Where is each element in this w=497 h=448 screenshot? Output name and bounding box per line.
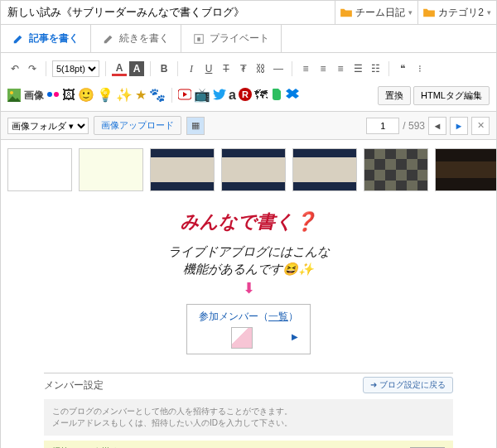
separator [388, 61, 389, 76]
title-input[interactable] [1, 1, 335, 24]
nico-icon[interactable]: 📺 [194, 89, 210, 102]
tab-private-label: プライベート [210, 31, 269, 46]
gallery-icon[interactable]: 🖼 [62, 89, 75, 102]
image-label: 画像 [24, 89, 44, 103]
content-text: 機能があるんです😆✨ [11, 262, 486, 277]
paw-icon[interactable]: 🐾 [149, 89, 166, 102]
edit-icon [103, 33, 114, 45]
quote-icon[interactable]: ❝ [395, 61, 410, 76]
flickr-icon[interactable] [46, 88, 60, 104]
map-icon[interactable]: 🗺 [254, 89, 268, 102]
edit-icon [12, 33, 24, 45]
folder-icon [423, 7, 435, 17]
clear-format-icon[interactable]: — [271, 61, 286, 76]
separator [292, 61, 292, 76]
arrow-down-icon: ⬇ [11, 279, 486, 297]
font-size-icon[interactable]: ₮ [236, 61, 251, 76]
tab-write[interactable]: 記事を書く [1, 25, 91, 52]
bold-icon[interactable]: B [157, 61, 171, 76]
thumbnail[interactable] [435, 148, 497, 191]
separator [171, 88, 172, 103]
tab-write-label: 記事を書く [29, 31, 79, 46]
separator [177, 61, 178, 76]
info-text: メールアドレスもしくは、招待したい人のIDを入力して下さい。 [52, 417, 445, 429]
font-size-select[interactable]: 5(18pt) [52, 60, 99, 77]
thumbnail[interactable] [292, 148, 357, 191]
svg-point-5 [54, 92, 59, 97]
thumbnail[interactable] [221, 148, 286, 191]
italic-icon[interactable]: I [184, 61, 199, 76]
member-link-box[interactable]: 参加メンバー（一覧） ▶ [186, 304, 311, 354]
image-button[interactable]: 画像 [7, 89, 44, 103]
category-1-label: チーム日記 [355, 6, 405, 20]
svg-point-4 [47, 92, 52, 97]
image-folder-select[interactable]: 画像フォルダ ▾ [7, 118, 89, 134]
replace-button[interactable]: 置換 [378, 86, 411, 105]
page-input[interactable] [366, 118, 399, 134]
thumbnail[interactable] [79, 148, 143, 191]
smiley-icon[interactable]: 🙂 [78, 89, 94, 102]
star-icon[interactable]: ★ [135, 89, 147, 102]
separator [46, 61, 46, 76]
dropbox-icon[interactable] [286, 88, 299, 104]
next-page-button[interactable]: ► [450, 117, 468, 135]
prev-page-button[interactable]: ◄ [428, 117, 446, 135]
align-center-icon[interactable]: ≡ [316, 61, 331, 76]
thumbnail-strip [0, 140, 497, 200]
redo-icon[interactable]: ↷ [25, 61, 40, 76]
link-icon[interactable]: ⛓ [253, 61, 268, 76]
content-heading: みんなで書く❓ [11, 210, 486, 234]
info-box: このブログのメンバーとして他の人を招待することができます。 メールアドレスもしく… [44, 399, 453, 436]
invite-form: 招待メールを送るケータイにも送れます ✉ 送信 [44, 441, 453, 448]
list-ol-icon[interactable]: ☷ [368, 61, 383, 76]
panel-heading: メンバー設定 [44, 379, 104, 391]
thumbnail[interactable] [150, 148, 215, 191]
html-edit-button[interactable]: HTMLタグ編集 [413, 86, 490, 105]
list-ul-icon[interactable]: ☰ [350, 61, 365, 76]
svg-point-3 [10, 91, 13, 94]
category-2-label: カテゴリ2 [438, 6, 484, 20]
page-total: / 593 [403, 120, 425, 132]
strike-icon[interactable]: T [219, 61, 234, 76]
tab-continue-label: 続きを書く [119, 31, 169, 46]
evernote-icon[interactable] [270, 88, 283, 104]
sparkle-icon[interactable]: ✨ [116, 89, 133, 102]
youtube-icon[interactable] [178, 88, 191, 104]
grid-view-icon[interactable]: ▦ [186, 117, 205, 135]
thumbnail[interactable] [7, 148, 72, 191]
close-panel-button[interactable]: ✕ [471, 117, 490, 135]
tab-private[interactable]: プライベート [181, 25, 282, 52]
twitter-icon[interactable] [213, 88, 226, 104]
undo-icon[interactable]: ↶ [7, 61, 22, 76]
image-icon [7, 89, 21, 102]
separator [105, 61, 106, 76]
separator [150, 61, 151, 76]
image-upload-button[interactable]: 画像アップロード [94, 116, 181, 135]
thumbnail[interactable] [364, 148, 428, 191]
lock-private-icon [193, 33, 205, 45]
svg-text:R: R [242, 89, 248, 99]
underline-icon[interactable]: U [201, 61, 216, 76]
chevron-down-icon: ▾ [408, 8, 413, 17]
chevron-down-icon: ▾ [487, 8, 491, 17]
align-left-icon[interactable]: ≡ [298, 61, 313, 76]
member-settings-panel: メンバー設定 ➜ ブログ設定に戻る [44, 373, 453, 393]
editor-content[interactable]: みんなで書く❓ ライブドアブログにはこんな 機能があるんです😆✨ ⬇ 参加メンバ… [0, 200, 497, 448]
idea-icon[interactable]: 💡 [97, 89, 113, 102]
tab-continue[interactable]: 続きを書く [91, 25, 181, 52]
category-2-select[interactable]: カテゴリ2 ▾ [417, 1, 496, 24]
align-right-icon[interactable]: ≡ [333, 61, 348, 76]
info-text: このブログのメンバーとして他の人を招待することができます。 [52, 406, 445, 417]
back-to-settings-button[interactable]: ➜ ブログ設定に戻る [363, 377, 453, 393]
bg-color-icon[interactable]: A [129, 61, 144, 76]
amazon-icon[interactable]: a [229, 89, 236, 102]
text-color-icon[interactable]: A [112, 61, 127, 76]
more-icon[interactable]: ⁝ [413, 61, 427, 76]
rakuten-icon[interactable]: R [239, 88, 252, 104]
svg-rect-1 [197, 37, 200, 41]
thumb-icon [231, 327, 253, 349]
arrow-right-icon: ▶ [292, 332, 298, 341]
content-text: ライブドアブログにはこんな [11, 244, 486, 260]
folder-icon [340, 7, 352, 17]
category-1-select[interactable]: チーム日記 ▾ [335, 1, 417, 24]
